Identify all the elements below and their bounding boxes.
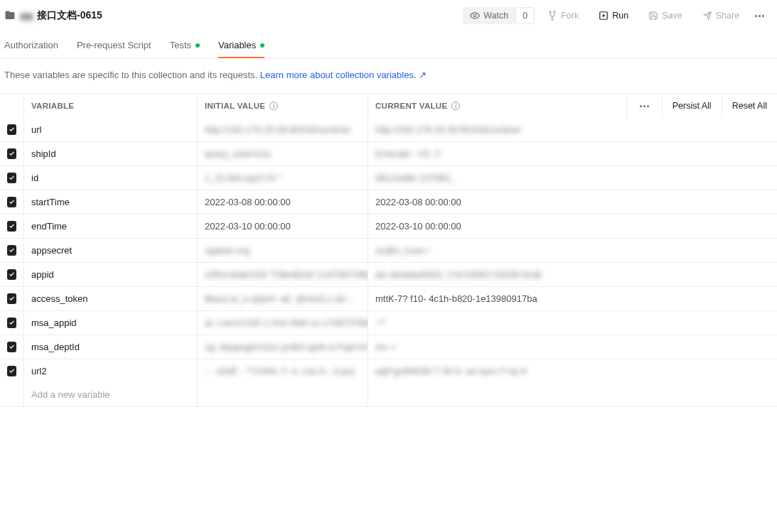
- tab-tests[interactable]: Tests: [170, 34, 200, 58]
- row-checkbox-cell: [0, 190, 24, 214]
- initial-value-cell[interactable]: 1_31:bb#,epCI-N *: [198, 166, 368, 190]
- initial-value-cell[interactable]: tBas2,el_e q0pr0- ab. @resl2,c de--: [198, 287, 368, 310]
- initial-value-cell[interactable]: - - 10üË - *°CHIN-:?- 4 .Lfa-A-- d-pra: [198, 359, 368, 383]
- variable-name-cell[interactable]: msa_appid: [24, 311, 198, 335]
- add-variable-row[interactable]: Add a new variable: [0, 383, 777, 406]
- row-checkbox[interactable]: [7, 197, 16, 207]
- learn-more-link[interactable]: Learn more about collection variables. ↗: [260, 70, 427, 80]
- current-value-cell[interactable]: Emerald - VII, 3: [368, 142, 777, 165]
- row-checkbox[interactable]: [7, 293, 16, 304]
- row-checkbox[interactable]: [7, 245, 16, 256]
- initial-value-cell[interactable]: og .8qupsg0rn2s2 prdb3 qa4r-e.f*qq*nA.f: [198, 335, 368, 359]
- tab-label: Pre-request Script: [77, 40, 151, 50]
- share-button: Share: [695, 7, 746, 24]
- variable-name-cell[interactable]: endTime: [24, 215, 198, 238]
- variable-name-cell[interactable]: appid: [24, 263, 198, 286]
- row-checkbox[interactable]: [7, 124, 16, 135]
- watch-count: 0: [515, 7, 535, 24]
- table-row: startTime2022-03-08 00:00:002022-03-08 0…: [0, 190, 777, 214]
- variable-name-cell[interactable]: appsecret: [24, 239, 198, 262]
- reset-all-button[interactable]: Reset All: [722, 94, 777, 118]
- table-row: appsecretsgalow orgos@e_Iusw r: [0, 238, 777, 262]
- changed-dot-icon: [195, 43, 200, 48]
- variable-name-cell[interactable]: msa_deptId: [24, 335, 198, 359]
- fork-label: Fork: [561, 11, 579, 21]
- run-label: Run: [612, 11, 628, 21]
- initial-value-cell[interactable]: query_ssid=01a: [198, 142, 368, 165]
- current-value-cell[interactable]: mttK-7? f10- 4c1h-b820-1e13980917ba: [368, 287, 777, 310]
- initial-value-cell[interactable]: sgalow org: [198, 239, 368, 262]
- table-row: appidc0fmc4da0J20r T38e40cbf 1147087#98u…: [0, 262, 777, 286]
- tab-pre-request-script[interactable]: Pre-request Script: [77, 34, 151, 58]
- row-checkbox-cell: [0, 263, 24, 286]
- column-header-initial-value: INITIAL VALUEi: [198, 94, 368, 118]
- variable-name-cell[interactable]: startTime: [24, 190, 198, 214]
- run-button[interactable]: Run: [591, 7, 636, 24]
- tabs: Authorization Pre-request Script Tests V…: [0, 34, 777, 58]
- variable-name-cell[interactable]: shipId: [24, 142, 198, 165]
- collection-title[interactable]: 接口文档-0615: [37, 9, 102, 22]
- current-value-cell[interactable]: mn +: [368, 335, 777, 359]
- header-right-actions: Persist All Reset All: [626, 94, 777, 118]
- info-icon[interactable]: i: [269, 102, 278, 110]
- tab-label: Variables: [218, 40, 256, 50]
- variable-name-cell[interactable]: access_token: [24, 287, 198, 310]
- row-checkbox-cell: [0, 166, 24, 190]
- more-options-button[interactable]: [752, 12, 767, 20]
- row-checkbox-cell: [0, 335, 24, 359]
- variable-name-cell[interactable]: id: [24, 166, 198, 190]
- table-row: endTime2022-03-10 00:00:002022-03-10 00:…: [0, 214, 777, 238]
- current-value-cell[interactable]: -**: [368, 311, 777, 335]
- folder-icon: [4, 10, 16, 21]
- watch-button[interactable]: Watch: [463, 7, 515, 24]
- row-checkbox-cell: [0, 239, 24, 262]
- table-row: urlhttp://192.176.20.30:80100/continerht…: [0, 118, 777, 141]
- current-value-cell[interactable]: http://192.176.20.30:80100/continer: [368, 118, 777, 141]
- initial-value-cell[interactable]: c0fmc4da0J20r T38e40cbf 1147087#98u: [198, 263, 368, 286]
- variable-name-cell[interactable]: url: [24, 118, 198, 141]
- row-checkbox[interactable]: [7, 173, 16, 183]
- current-value-cell[interactable]: a@*gnfIN030-T 00 0- oe-hym-T+tp 9: [368, 359, 777, 383]
- tab-variables[interactable]: Variables: [218, 34, 264, 58]
- row-checkbox[interactable]: [7, 148, 16, 159]
- save-label: Save: [662, 11, 682, 21]
- row-checkbox-cell: [0, 215, 24, 238]
- tab-authorization[interactable]: Authorization: [4, 34, 58, 58]
- current-value-cell[interactable]: als dbotabdh001 1?er10081*20200 6n@: [368, 263, 777, 286]
- row-checkbox-cell: [0, 142, 24, 165]
- svg-point-1: [550, 11, 551, 13]
- row-checkbox[interactable]: [7, 221, 16, 232]
- current-value-cell[interactable]: 2022-03-08 00:00:00: [368, 190, 777, 214]
- svg-point-2: [554, 11, 555, 13]
- variable-name-cell[interactable]: url2: [24, 359, 198, 383]
- current-value-cell[interactable]: 0612e48e 137083_: [368, 166, 777, 190]
- row-checkbox-cell: [0, 311, 24, 335]
- variables-table: VARIABLE INITIAL VALUEi CURRENT VALUEi P…: [0, 93, 777, 407]
- current-value-cell[interactable]: 2022-03-10 00:00:00: [368, 215, 777, 238]
- initial-value-cell[interactable]: http://192.176.20.30:80100/continer: [198, 118, 368, 141]
- table-row: shipIdquery_ssid=01aEmerald - VII, 3: [0, 141, 777, 165]
- table-more-button[interactable]: [626, 94, 662, 118]
- initial-value-cell[interactable]: 2022-03-10 00:00:00: [198, 215, 368, 238]
- initial-value-cell[interactable]: 2022-03-08 00:00:00: [198, 190, 368, 214]
- title-wrap: ▮▮▮接口文档-0615: [4, 9, 102, 22]
- fork-button: Fork: [540, 7, 586, 24]
- row-checkbox[interactable]: [7, 269, 16, 280]
- info-icon[interactable]: i: [451, 102, 460, 110]
- row-checkbox-cell: [0, 359, 24, 383]
- row-checkbox-cell: [0, 287, 24, 310]
- row-checkbox[interactable]: [7, 317, 16, 328]
- row-checkbox[interactable]: [7, 342, 16, 352]
- table-row: access_tokentBas2,el_e q0pr0- ab. @resl2…: [0, 286, 777, 310]
- description: These variables are specific to this col…: [0, 58, 777, 93]
- row-checkbox[interactable]: [7, 366, 16, 376]
- initial-value-cell[interactable]: al- Lwr1r2J20 1:3Ve 0bbf s1-170873TB8: [198, 311, 368, 335]
- active-tab-underline: [218, 57, 264, 58]
- tab-label: Authorization: [4, 40, 58, 50]
- changed-dot-icon: [260, 43, 264, 48]
- add-variable-placeholder: Add a new variable: [31, 389, 110, 400]
- persist-all-button[interactable]: Persist All: [662, 94, 722, 118]
- row-checkbox-cell: [0, 118, 24, 141]
- current-value-cell[interactable]: os@e_Iusw r: [368, 239, 777, 262]
- watch-label: Watch: [483, 11, 508, 21]
